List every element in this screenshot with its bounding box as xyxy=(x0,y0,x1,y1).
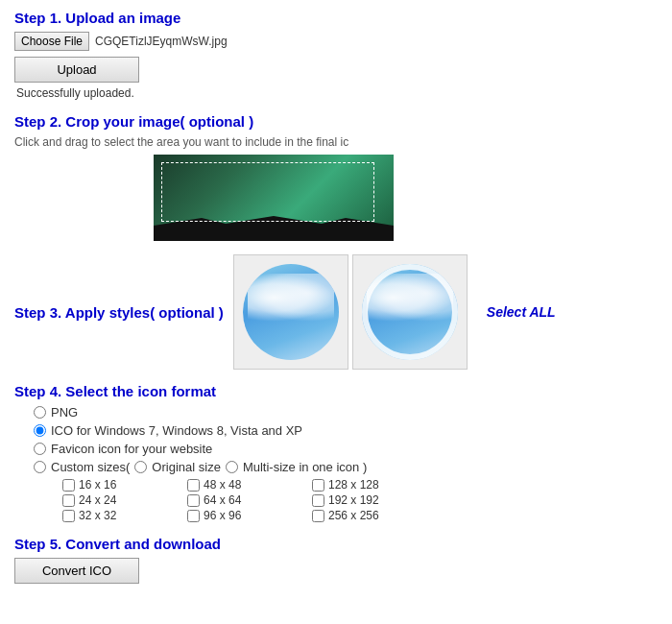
size-192x192-row: 192 x 192 xyxy=(312,493,446,507)
size-48x48-row: 48 x 48 xyxy=(187,478,312,492)
step2-title: Step 2. Crop your image( optional ) xyxy=(14,113,658,130)
circle-preview-2 xyxy=(362,264,458,360)
size-192x192-checkbox[interactable] xyxy=(312,494,324,507)
size-192x192-label: 192 x 192 xyxy=(328,493,379,507)
size-256x256-row: 256 x 256 xyxy=(312,509,446,522)
size-32x32-checkbox[interactable] xyxy=(62,510,75,522)
size-16x16-checkbox[interactable] xyxy=(62,479,75,492)
file-input-row: Choose File CGQETizlJEyqmWsW.jpg xyxy=(14,32,658,51)
step1-section: Step 1. Upload an image Choose File CGQE… xyxy=(14,10,658,100)
format-custom-radio[interactable] xyxy=(34,461,46,473)
size-64x64-label: 64 x 64 xyxy=(204,493,241,507)
size-64x64-checkbox[interactable] xyxy=(187,494,200,507)
format-favicon-radio[interactable] xyxy=(34,443,46,455)
size-32x32-row: 32 x 32 xyxy=(62,509,187,522)
format-png-radio[interactable] xyxy=(34,406,46,419)
style-preview-circle1[interactable] xyxy=(233,254,348,370)
step2-section: Step 2. Crop your image( optional ) Clic… xyxy=(14,113,658,241)
format-original-size-radio[interactable] xyxy=(134,461,147,473)
format-ico-row: ICO for Windows 7, Windows 8, Vista and … xyxy=(34,423,658,438)
step5-section: Step 5. Convert and download Convert ICO xyxy=(14,536,658,584)
step5-title: Step 5. Convert and download xyxy=(14,536,658,552)
format-png-label: PNG xyxy=(51,405,78,420)
format-favicon-row: Favicon icon for your website xyxy=(34,442,658,456)
step3-section: Step 3. Apply styles( optional ) Select … xyxy=(14,254,658,370)
step3-title: Step 3. Apply styles( optional ) xyxy=(14,304,224,321)
size-128x128-label: 128 x 128 xyxy=(328,478,379,492)
file-name-display: CGQETizlJEyqmWsW.jpg xyxy=(95,35,228,48)
size-48x48-checkbox[interactable] xyxy=(187,479,200,492)
style-preview-circle2[interactable] xyxy=(352,254,468,370)
size-24x24-label: 24 x 24 xyxy=(79,493,116,507)
format-options: PNG ICO for Windows 7, Windows 8, Vista … xyxy=(14,405,658,522)
format-original-size-label: Original size xyxy=(152,460,221,474)
format-ico-label: ICO for Windows 7, Windows 8, Vista and … xyxy=(51,423,302,438)
size-32x32-label: 32 x 32 xyxy=(79,509,116,522)
format-png-row: PNG xyxy=(34,405,658,420)
convert-ico-button[interactable]: Convert ICO xyxy=(14,558,139,584)
format-multi-size-label: Multi-size in one icon ) xyxy=(243,460,367,474)
cloud-overlay-2 xyxy=(367,274,453,322)
format-custom-row: Custom sizes( Original size Multi-size i… xyxy=(34,460,658,474)
size-128x128-row: 128 x 128 xyxy=(312,478,446,492)
crop-image-container[interactable] xyxy=(154,155,394,241)
step4-section: Step 4. Select the icon format PNG ICO f… xyxy=(14,383,658,522)
style-previews xyxy=(233,254,468,370)
cloud-overlay-1 xyxy=(248,274,334,322)
size-16x16-row: 16 x 16 xyxy=(62,478,187,492)
size-96x96-checkbox[interactable] xyxy=(187,510,200,522)
size-128x128-checkbox[interactable] xyxy=(312,479,324,492)
circle-preview-1 xyxy=(243,264,339,360)
size-48x48-label: 48 x 48 xyxy=(204,478,241,492)
step4-title: Step 4. Select the icon format xyxy=(14,383,658,399)
choose-file-button[interactable]: Choose File xyxy=(14,32,89,51)
crop-description: Click and drag to select the area you wa… xyxy=(14,135,658,149)
format-favicon-label: Favicon icon for your website xyxy=(51,442,212,456)
format-custom-label: Custom sizes( xyxy=(51,460,130,474)
crop-selection-overlay xyxy=(161,162,374,222)
size-96x96-row: 96 x 96 xyxy=(187,509,312,522)
size-256x256-label: 256 x 256 xyxy=(328,509,379,522)
select-all-button[interactable]: Select ALL xyxy=(487,304,556,320)
size-24x24-row: 24 x 24 xyxy=(62,493,187,507)
size-64x64-row: 64 x 64 xyxy=(187,493,312,507)
size-96x96-label: 96 x 96 xyxy=(204,509,241,522)
crop-image xyxy=(154,155,394,241)
format-multi-size-radio[interactable] xyxy=(226,461,238,473)
size-16x16-label: 16 x 16 xyxy=(79,478,116,492)
upload-button[interactable]: Upload xyxy=(14,57,139,83)
format-ico-radio[interactable] xyxy=(34,424,46,437)
step1-title: Step 1. Upload an image xyxy=(14,10,658,26)
size-24x24-checkbox[interactable] xyxy=(62,494,75,507)
size-256x256-checkbox[interactable] xyxy=(312,510,324,522)
step3-row: Step 3. Apply styles( optional ) Select … xyxy=(14,254,658,370)
upload-success-message: Successfully uploaded. xyxy=(16,86,658,100)
sizes-grid: 16 x 16 48 x 48 128 x 128 24 x 24 64 x 6… xyxy=(62,478,658,522)
